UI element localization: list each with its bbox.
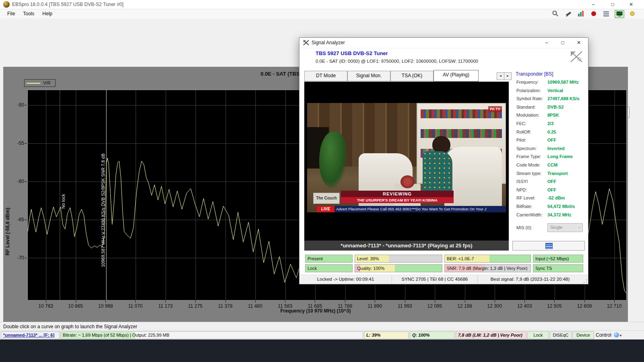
antenna-icon[interactable] (564, 10, 573, 17)
live-badge: LIVE (317, 206, 334, 212)
signal-analyzer-window: Signal Analyzer – □ ✕ TBS 5927 USB DVB-S… (299, 37, 588, 284)
antenna-logo (568, 49, 584, 64)
best-signal: Best signal: 7,9 dB (2023-11-22 20:48) (478, 277, 582, 282)
globe-icon (614, 332, 619, 337)
tab-dt-mode[interactable]: DT Mode (304, 71, 347, 81)
close-button[interactable]: ✕ (624, 0, 638, 9)
transponder-row: FEC:2/3 (516, 120, 586, 128)
transponder-table: Frequency:10969,587 MHzPolarization:Vert… (516, 78, 586, 219)
tab-scroll-right[interactable]: ▸ (504, 72, 512, 80)
tab-av[interactable]: AV (Playing) (433, 70, 479, 82)
menu-bar: FileToolsHelp (0, 9, 644, 19)
transponder-row: Spectrum:Inverted (516, 145, 586, 153)
mis-select[interactable]: Single ⌄ (547, 223, 583, 232)
indicator-level: Level: 39% (355, 255, 442, 263)
lock-uptime: Locked -> Uptime: 00:09:41 (299, 277, 392, 282)
transponder-row: Pilot:OFF (516, 136, 586, 145)
menu-tools[interactable]: Tools (19, 9, 38, 18)
minimize-button[interactable]: – (586, 0, 601, 9)
tab-scroll-left[interactable]: ◂ (497, 72, 504, 80)
transponder-row: NPD:OFF (516, 186, 586, 195)
no-lock-annotation: No lock (61, 181, 66, 209)
analyzer-app-icon (303, 39, 310, 47)
indicator-sync-ts: Sync TS (533, 264, 583, 272)
resize-grip[interactable] (583, 279, 587, 283)
maximize-button[interactable]: □ (605, 0, 620, 9)
diseqc-button[interactable]: DiSEqC (550, 331, 572, 339)
dialog-titlebar[interactable]: Signal Analyzer – □ ✕ (299, 38, 588, 48)
plant (319, 132, 347, 188)
stream-caption: *unnamed-7113* - *unnamed-7113* (Playing… (304, 241, 509, 251)
news-ticker: Advert Placement Please Call 055 462 808… (334, 206, 506, 212)
transponder-row: Frequency:10969,587 MHz (516, 78, 586, 87)
indicator-snr: SNR: 7,9 dB (Margin: 1,3 dB | Very Poor) (444, 264, 531, 272)
list-icon[interactable] (602, 10, 611, 17)
window-title: EBSpro 18.0.0.4 [TBS 5927 USB DVB-S2 Tun… (12, 2, 124, 7)
dialog-maximize-button[interactable]: □ (557, 39, 569, 47)
analyzer-tuner-name: TBS 5927 USB DVB-S2 Tuner (316, 50, 388, 56)
menu-help[interactable]: Help (38, 9, 56, 18)
lock-button-status[interactable]: Lock (527, 331, 549, 339)
banner-line1: REVIEWING (341, 191, 454, 197)
record-icon[interactable] (589, 10, 598, 17)
service-list-button[interactable] (512, 241, 585, 251)
windows-taskbar: Taper ici pour rechercher e 20:57 22/11/… (0, 339, 644, 362)
y-axis-label: RF Level (-56,6 dBm) (5, 187, 13, 276)
transponder-heading: Transponder [BS] (516, 71, 553, 77)
flowers (400, 175, 415, 189)
sync-counters: SYNC 2705 | TEI 68 | CC 45686 (392, 277, 477, 282)
transponder-row: CarrierWidth:34,372 MHz (516, 211, 586, 220)
transponder-row: Symbol Rate:27497,688 KS/s (516, 95, 586, 103)
menubar-icon-strip (549, 10, 637, 18)
mis-label: MIS (0): (516, 225, 532, 230)
transponder-row: Modulation:8PSK (516, 111, 586, 120)
chart-legend: V/R (24, 79, 56, 87)
transponder-row: RollOff:0.25 (516, 128, 586, 137)
menu-file[interactable]: File (3, 9, 19, 18)
dialog-minimize-button[interactable]: – (541, 39, 553, 47)
transponder-row: Code Mode:CCM (516, 161, 586, 170)
tab-tsa[interactable]: TSA (OK) (390, 71, 433, 81)
toolbar: i TBS 5927 USB DVB-S2 Tuner ⌄ + SAT ⌄ ✖ (0, 19, 644, 36)
control-menu[interactable]: Control▾ (596, 332, 621, 338)
hint-bar: Double click on a curve on graph to laun… (0, 322, 644, 331)
transponder-row: RF Level:-52 dBm (516, 194, 586, 203)
analyzer-lof-info: 0.0E - SAT (ID: 0000) @ LOF1: 9750000, L… (316, 59, 478, 64)
snr-status: 7,8 dB (LM: 1,2 dB | Very Poor) (456, 331, 526, 339)
transponder-row: Standard:DVB-S2 (516, 103, 586, 112)
dialog-statusbar: Locked -> Uptime: 00:09:41 SYNC 2705 | T… (299, 275, 588, 284)
indicator-ber: BER: <1.0E-7 (444, 255, 531, 263)
transponder-row: Stream type:Transport (516, 170, 586, 178)
transponder-row: ISSYIOFF (516, 178, 586, 186)
chevron-down-icon: ⌄ (578, 225, 581, 229)
list-icon (545, 243, 553, 249)
indicator-input-52-mbps-: Input (~52 Mbps) (533, 255, 583, 263)
marker-annotation: 10969,587 MHz V 27496 KS/s DVB S2/8PSK S… (101, 120, 105, 267)
dialog-close-button[interactable]: ✕ (573, 39, 585, 47)
video-frame: PA TV The Couch REVIEWING THE USURPER'S … (307, 103, 506, 212)
main-statusbar: *unnamed-7113* ... [F: 6] Bitrate: ~ 1,6… (0, 330, 644, 340)
monitor-icon[interactable] (615, 10, 624, 18)
search-icon[interactable] (551, 10, 560, 17)
main-titlebar: EBSpro 18.0.0.4 [TBS 5927 USB DVB-S2 Tun… (0, 0, 644, 9)
quality-status: Q: 100% (410, 331, 455, 339)
legend-line-sample (27, 83, 40, 84)
show-label: The Couch (313, 193, 340, 204)
indicator-present: Present (305, 255, 353, 263)
stream-link[interactable]: *unnamed-7113* ... [F: 6] (1, 331, 60, 339)
chart-icon[interactable] (576, 10, 585, 17)
legend-label: V/R (43, 80, 50, 85)
transponder-row: Polarization:Vertical (516, 87, 586, 95)
tools-icon[interactable] (628, 10, 637, 17)
bitrate-status: Bitrate: ~ 1,69 Mbps (of 52 Mbps) | Outp… (60, 331, 363, 339)
level-status: L: 39% (364, 331, 409, 339)
channel-watermark: PA TV (488, 106, 502, 112)
transponder-row: BitRate:54,472 Mbit/s (516, 203, 586, 211)
transponder-row: Frame Type:Long Frame (516, 153, 586, 161)
video-player[interactable]: PA TV The Couch REVIEWING THE USURPER'S … (304, 82, 509, 241)
hint-text: Double click on a curve on graph to laun… (3, 324, 137, 329)
x-axis-label: Frequency (10 970 MHz) (10^3) (3, 308, 628, 314)
indicator-quality: Quality: 100% (355, 264, 442, 272)
tab-signal-mon[interactable]: Signal Mon. (347, 71, 390, 81)
device-button[interactable]: Device (572, 331, 594, 339)
